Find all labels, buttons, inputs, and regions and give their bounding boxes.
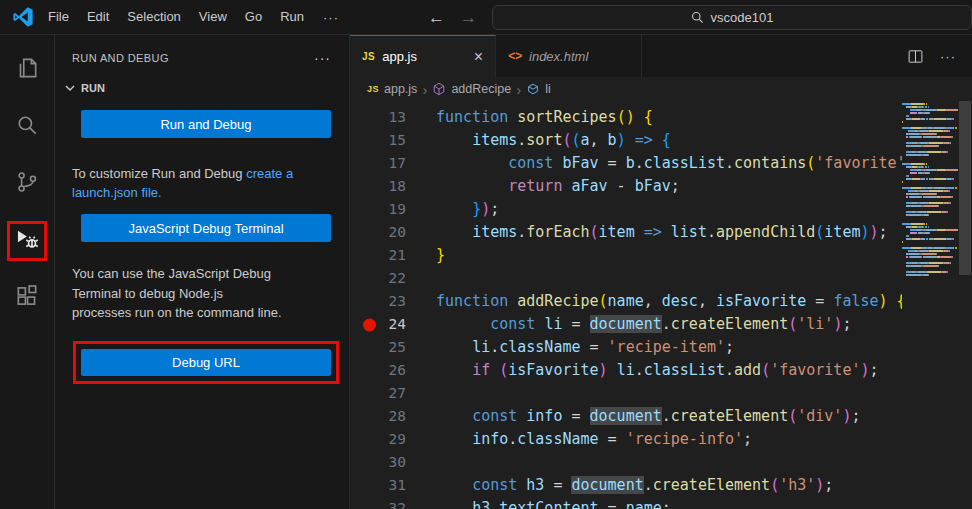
line-number-gutter[interactable]: 31 — [350, 474, 406, 497]
code-line: 23function addRecipe(name, desc, isFavor… — [350, 290, 902, 313]
breadcrumb-label: li — [545, 82, 551, 96]
run-and-debug-button[interactable]: Run and Debug — [81, 110, 331, 138]
code-line: 24 const li = document.createElement('li… — [350, 313, 902, 336]
debug-url-button[interactable]: Debug URL — [81, 349, 331, 376]
split-editor-icon[interactable] — [907, 48, 924, 65]
code-text: info.className = 'recipe-info'; — [406, 428, 752, 451]
line-number-gutter[interactable]: 19 — [350, 198, 406, 221]
line-number-gutter[interactable]: 17 — [350, 152, 406, 175]
line-number-gutter[interactable]: 21 — [350, 244, 406, 267]
breadcrumb-label: app.js — [384, 82, 417, 96]
menu-item-view[interactable]: View — [190, 4, 236, 30]
more-actions-icon[interactable]: ··· — [940, 49, 956, 64]
minimap-line — [902, 244, 958, 246]
vertical-scrollbar[interactable] — [958, 101, 972, 509]
minimap-line — [902, 118, 958, 120]
scrollbar-thumb[interactable] — [959, 101, 971, 275]
menu-item-go[interactable]: Go — [236, 4, 271, 30]
minimap-line — [902, 145, 958, 147]
code-line: 13function sortRecipes() { — [350, 106, 902, 129]
files-icon — [14, 55, 40, 84]
minimap-line — [902, 169, 958, 171]
minimap-line — [902, 235, 958, 237]
minimap-line — [902, 190, 958, 192]
activity-item-source-control[interactable] — [0, 155, 54, 212]
code-text: li.className = 'recipe-item'; — [406, 336, 734, 359]
js-debug-terminal-button[interactable]: JavaScript Debug Terminal — [81, 214, 331, 242]
menu-item-selection[interactable]: Selection — [118, 4, 189, 30]
command-center-search[interactable]: vscode101 — [492, 5, 972, 30]
minimap-line — [902, 172, 958, 174]
minimap-line — [902, 241, 958, 243]
sidebar-title: RUN AND DEBUG — [72, 52, 169, 64]
tabs-container: JSapp.js×<>index.html — [350, 35, 642, 77]
minimap-line — [902, 238, 958, 240]
line-number-gutter[interactable]: 26 — [350, 359, 406, 382]
line-number-gutter[interactable]: 23 — [350, 290, 406, 313]
minimap-line — [902, 106, 958, 108]
activity-item-search[interactable] — [0, 98, 54, 155]
code-text: items.forEach(item => list.appendChild(i… — [406, 221, 888, 244]
line-number-gutter[interactable]: 20 — [350, 221, 406, 244]
minimap-line — [902, 193, 958, 195]
menu-item-run[interactable]: Run — [271, 4, 313, 30]
minimap-line — [902, 208, 958, 210]
code-text: function sortRecipes() { — [406, 106, 653, 129]
minimap-line — [902, 151, 958, 153]
workbench: RUN AND DEBUG ··· RUN Run and Debug To c… — [0, 35, 972, 509]
run-section-header[interactable]: RUN — [62, 78, 335, 98]
minimap[interactable] — [902, 103, 958, 277]
symbol-method-icon — [432, 82, 446, 96]
activity-bar — [0, 35, 55, 509]
activity-item-run-debug[interactable] — [0, 212, 54, 269]
vscode-logo-icon — [13, 7, 33, 27]
code-text: function addRecipe(name, desc, isFavorit… — [406, 290, 902, 313]
tab-index.html[interactable]: <>index.html — [496, 35, 642, 77]
line-number-gutter[interactable]: 28 — [350, 405, 406, 428]
activity-item-extensions[interactable] — [0, 269, 54, 326]
navigate-back-icon[interactable]: ← — [428, 0, 445, 35]
html-file-icon: <> — [508, 49, 522, 63]
code-editor[interactable]: 13function sortRecipes() {15 items.sort(… — [350, 101, 972, 509]
line-number-gutter[interactable]: 24 — [350, 313, 406, 336]
code-line: 27 — [350, 382, 902, 405]
menu-overflow-icon[interactable]: ··· — [313, 10, 349, 25]
breakpoint-icon[interactable] — [363, 318, 376, 331]
breadcrumb-item-li[interactable]: li — [526, 82, 551, 96]
line-number-gutter[interactable]: 13 — [350, 106, 406, 129]
minimap-line — [902, 133, 958, 135]
minimap-line — [902, 109, 958, 111]
minimap-line — [902, 223, 958, 225]
breadcrumb-item-addRecipe[interactable]: addRecipe — [432, 82, 511, 96]
navigate-forward-icon[interactable]: → — [460, 0, 477, 35]
minimap-line — [902, 226, 958, 228]
terminal-note: You can use the JavaScript Debug Termina… — [72, 264, 284, 323]
code-line: 22 — [350, 267, 902, 290]
line-number-gutter[interactable]: 27 — [350, 382, 406, 405]
line-number-gutter[interactable]: 22 — [350, 267, 406, 290]
code-line: 26 if (isFavorite) li.classList.add('fav… — [350, 359, 902, 382]
minimap-line — [902, 256, 958, 258]
search-icon — [14, 112, 40, 141]
line-number-gutter[interactable]: 30 — [350, 451, 406, 474]
line-number-gutter[interactable]: 15 — [350, 129, 406, 152]
tab-app.js[interactable]: JSapp.js× — [350, 35, 496, 77]
minimap-line — [902, 268, 958, 270]
code-line: 28 const info = document.createElement('… — [350, 405, 902, 428]
line-number-gutter[interactable]: 32 — [350, 497, 406, 509]
minimap-line — [902, 202, 958, 204]
line-number-gutter[interactable]: 25 — [350, 336, 406, 359]
breadcrumb-separator-icon: › — [516, 82, 521, 97]
menu-item-edit[interactable]: Edit — [78, 4, 118, 30]
line-number-gutter[interactable]: 29 — [350, 428, 406, 451]
code-line: 17 const bFav = b.classList.contains('fa… — [350, 152, 902, 175]
minimap-line — [902, 253, 958, 255]
minimap-line — [902, 136, 958, 138]
activity-item-explorer[interactable] — [0, 41, 54, 98]
menu-item-file[interactable]: File — [39, 4, 78, 30]
line-number-gutter[interactable]: 18 — [350, 175, 406, 198]
breadcrumb-item-app.js[interactable]: JSapp.js — [367, 82, 417, 96]
minimap-line — [902, 130, 958, 132]
close-icon[interactable]: × — [460, 48, 483, 66]
sidebar-more-actions-icon[interactable]: ··· — [310, 50, 335, 66]
